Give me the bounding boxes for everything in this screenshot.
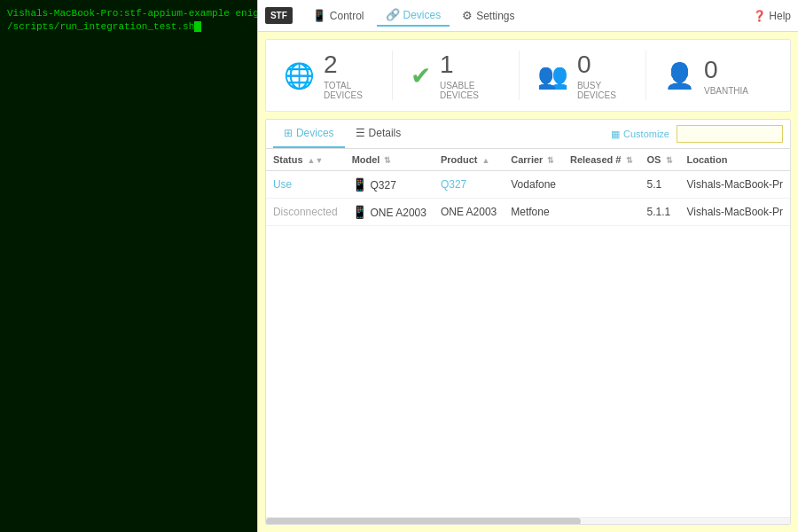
tab-devices[interactable]: ⊞ Devices xyxy=(273,120,345,148)
sort-os-icon: ⇅ xyxy=(666,156,673,165)
table-row: Use📱 Q327Q327Vodafone5.1Vishals-MacBook-… xyxy=(266,171,790,199)
horizontal-scrollbar[interactable] xyxy=(266,517,790,524)
customize-button[interactable]: ▦ Customize xyxy=(604,125,677,144)
person-icon: 👤 xyxy=(664,61,695,90)
user-label: VBANTHIA xyxy=(704,86,748,96)
tab-devices-icon: ⊞ xyxy=(284,127,293,139)
globe-icon: 🌐 xyxy=(284,61,315,90)
people-icon: 👥 xyxy=(537,61,568,90)
cell-carrier-0: Vodafone xyxy=(504,171,563,199)
help-icon: ❓ xyxy=(753,10,766,22)
nav-control-label: Control xyxy=(330,10,364,22)
cell-model-0: 📱 Q327 xyxy=(345,171,434,199)
col-os[interactable]: OS ⇅ xyxy=(640,149,680,171)
phone-icon: 📱 xyxy=(312,9,326,22)
device-table: Status ▲▼ Model ⇅ Product ▲ Carrier xyxy=(266,149,790,226)
cell-product-0[interactable]: Q327 xyxy=(434,171,504,199)
right-panel: STF 📱 Control 🔗 Devices ⚙ Settings ❓ Hel… xyxy=(257,0,798,532)
nav-control[interactable]: 📱 Control xyxy=(303,5,373,26)
stat-busy-devices: 👥 0 BUSY DEVICES xyxy=(520,51,646,100)
sort-released-icon: ⇅ xyxy=(626,156,633,165)
cell-status-1: Disconnected xyxy=(266,199,345,226)
stat-usable-devices: ✔ 1 USABLE DEVICES xyxy=(393,51,520,100)
cell-os-1: 5.1.1 xyxy=(640,199,680,226)
tabs-bar: ⊞ Devices ☰ Details ▦ Customize xyxy=(266,120,790,149)
table-row: Disconnected📱 ONE A2003ONE A2003Metfone5… xyxy=(266,199,790,226)
cell-carrier-1: Metfone xyxy=(504,199,563,226)
cell-location-0: Vishals-MacBook-Pr xyxy=(680,171,790,199)
cell-product-1: ONE A2003 xyxy=(434,199,504,226)
terminal-panel: Vishals-MacBook-Pro:stf-appium-example e… xyxy=(0,0,257,532)
tab-details-label: Details xyxy=(369,127,402,139)
top-nav: STF 📱 Control 🔗 Devices ⚙ Settings ❓ Hel… xyxy=(258,0,798,32)
stats-bar: 🌐 2 TOTAL DEVICES ✔ 1 USABLE DEVICES 👥 0… xyxy=(265,39,791,112)
settings-icon: ⚙ xyxy=(462,9,473,22)
tab-details[interactable]: ☰ Details xyxy=(345,120,412,148)
user-count: 0 xyxy=(704,56,745,84)
col-location: Location xyxy=(680,149,790,171)
devices-icon: 🔗 xyxy=(386,8,400,21)
total-devices-count: 2 xyxy=(324,51,371,79)
nav-settings[interactable]: ⚙ Settings xyxy=(453,5,523,26)
cell-released-0 xyxy=(563,171,640,199)
customize-label: Customize xyxy=(623,129,669,139)
busy-devices-count: 0 xyxy=(577,51,624,79)
stat-total-devices: 🌐 2 TOTAL DEVICES xyxy=(284,51,393,100)
nav-settings-label: Settings xyxy=(476,10,514,22)
sort-status-icon: ▲▼ xyxy=(308,156,324,165)
terminal-line-2: /scripts/run_integration_test.sh xyxy=(7,20,250,34)
col-released[interactable]: Released # ⇅ xyxy=(563,149,640,171)
tab-details-icon: ☰ xyxy=(356,127,365,139)
cell-os-0: 5.1 xyxy=(640,171,680,199)
col-carrier[interactable]: Carrier ⇅ xyxy=(504,149,563,171)
check-icon: ✔ xyxy=(411,61,431,90)
help-link[interactable]: ❓ Help xyxy=(753,10,791,22)
col-status[interactable]: Status ▲▼ xyxy=(266,149,345,171)
content-panel: ⊞ Devices ☰ Details ▦ Customize Status xyxy=(265,119,791,525)
table-wrapper[interactable]: Status ▲▼ Model ⇅ Product ▲ Carrier xyxy=(266,149,790,517)
total-devices-label: TOTAL DEVICES xyxy=(324,81,374,100)
sort-product-icon: ▲ xyxy=(482,156,490,165)
scrollbar-thumb[interactable] xyxy=(266,518,581,525)
usable-devices-label: USABLE DEVICES xyxy=(440,81,501,100)
sort-model-icon: ⇅ xyxy=(384,156,391,165)
table-body: Use📱 Q327Q327Vodafone5.1Vishals-MacBook-… xyxy=(266,171,790,226)
sort-carrier-icon: ⇅ xyxy=(547,156,554,165)
customize-icon: ▦ xyxy=(611,129,620,140)
terminal-line-1: Vishals-MacBook-Pro:stf-appium-example e… xyxy=(7,7,250,20)
table-header-row: Status ▲▼ Model ⇅ Product ▲ Carrier xyxy=(266,149,790,171)
stat-user: 👤 0 VBANTHIA xyxy=(646,56,772,96)
search-input[interactable] xyxy=(677,125,783,143)
col-product[interactable]: Product ▲ xyxy=(434,149,504,171)
nav-devices-label: Devices xyxy=(403,9,442,21)
cell-location-1: Vishals-MacBook-Pr xyxy=(680,199,790,226)
usable-devices-count: 1 xyxy=(440,51,497,79)
col-model[interactable]: Model ⇅ xyxy=(345,149,434,171)
app-logo: STF xyxy=(265,7,293,24)
busy-devices-label: BUSY DEVICES xyxy=(577,81,628,100)
tab-devices-label: Devices xyxy=(296,127,334,139)
cell-status-0[interactable]: Use xyxy=(266,171,345,199)
cell-released-1 xyxy=(563,199,640,226)
help-label: Help xyxy=(769,10,791,22)
cell-model-1: 📱 ONE A2003 xyxy=(345,199,434,226)
nav-devices[interactable]: 🔗 Devices xyxy=(377,4,450,27)
